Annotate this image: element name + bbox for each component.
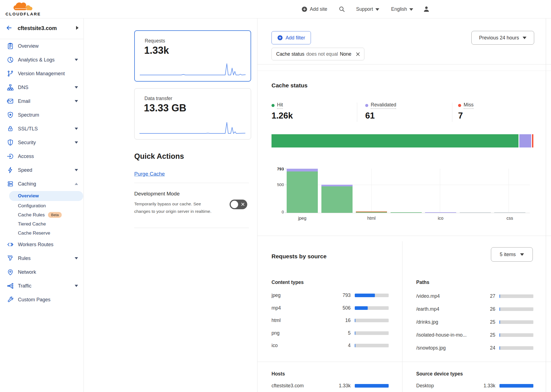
source-row-label[interactable]: /drinks.jpg: [416, 319, 438, 325]
source-row-label[interactable]: html: [272, 318, 281, 323]
sidebar-subitem-configuration[interactable]: Configuration: [0, 201, 84, 210]
sidebar-item-workers-routes[interactable]: Workers Routes: [0, 238, 84, 251]
filter-chip[interactable]: Cache status does not equal None: [272, 48, 364, 60]
sidebar-item-security[interactable]: Security: [0, 136, 84, 149]
chevron-down-icon: [75, 100, 78, 102]
remove-filter-button[interactable]: [356, 52, 360, 57]
x-axis-tick-label: jpeg: [287, 216, 318, 221]
x-axis-tick-label: html: [356, 216, 387, 221]
metric-card-label: Data transfer: [144, 96, 172, 101]
chevron-down-icon: [409, 8, 413, 11]
column-bar: [321, 186, 353, 213]
hosts-title: Hosts: [272, 371, 285, 377]
source-row-value: 1.33k: [462, 383, 495, 389]
login-arrow-icon: [7, 153, 14, 160]
source-row-bar-fill: [355, 384, 389, 388]
sidebar-subitem-overview[interactable]: Overview: [0, 191, 84, 201]
chevron-down-icon: [75, 141, 78, 144]
account-menu[interactable]: [423, 0, 430, 18]
stat-value: 1.26k: [272, 111, 293, 121]
source-row-bar: [499, 333, 533, 337]
legend-dot-icon: [272, 104, 275, 107]
source-row-value: 25: [462, 332, 495, 338]
source-row-value: 27: [462, 293, 495, 299]
search-button[interactable]: [338, 0, 345, 18]
support-menu[interactable]: Support: [356, 0, 379, 18]
items-count-dropdown[interactable]: 5 items: [491, 247, 533, 262]
sidebar-item-version-management[interactable]: Version Management: [0, 67, 84, 80]
gridline: [371, 169, 372, 213]
scrollbar-track[interactable]: [546, 0, 546, 392]
chevron-down-icon: [520, 253, 524, 256]
source-row-bar-fill: [499, 294, 500, 298]
source-row-label[interactable]: /video.mp4: [416, 293, 440, 299]
divider: [257, 236, 551, 236]
source-row-label[interactable]: /earth.mp4: [416, 306, 439, 312]
sidebar-subitem-cache-rules[interactable]: Cache RulesBeta: [0, 210, 84, 219]
panel-divider: [257, 18, 257, 392]
source-row-label[interactable]: /snowtops.jpg: [416, 345, 446, 351]
stat-header: Hit: [272, 102, 340, 109]
source-row-value: 4: [318, 343, 351, 348]
sidebar-item-spectrum[interactable]: Spectrum: [0, 108, 84, 122]
source-row-label[interactable]: /isolated-house-in-mo...: [416, 332, 467, 338]
sidebar-item-speed[interactable]: Speed: [0, 163, 84, 177]
stat-label[interactable]: Revalidated: [371, 102, 396, 109]
sidebar-item-traffic[interactable]: Traffic: [0, 279, 84, 293]
source-row-label[interactable]: mp4: [272, 305, 281, 311]
source-row-label[interactable]: ico: [272, 343, 278, 348]
source-row-bar: [355, 344, 389, 347]
source-row-label[interactable]: cftestsite3.com: [272, 383, 304, 389]
source-row-label[interactable]: png: [272, 330, 279, 336]
sidebar-item-access[interactable]: Access: [0, 149, 84, 163]
requests-by-source-title: Requests by source: [272, 253, 327, 260]
stat-miss: Miss7: [458, 102, 527, 123]
stat-label[interactable]: Miss: [464, 102, 474, 109]
sidebar-item-caching[interactable]: Caching: [0, 177, 84, 191]
chevron-down-icon: [375, 8, 379, 11]
source-row-label[interactable]: jpeg: [272, 292, 281, 298]
filter-field: Cache status: [276, 51, 304, 57]
sidebar-subitem-cache-reserve[interactable]: Cache Reserve: [0, 229, 84, 238]
purge-cache-link[interactable]: Purge Cache: [134, 171, 165, 177]
sidebar-item-label: Network: [18, 269, 36, 275]
add-filter-button[interactable]: Add filter: [272, 31, 311, 44]
sidebar-subitem-label: Tiered Cache: [18, 221, 46, 227]
chevron-right-icon[interactable]: [76, 26, 79, 30]
source-row-value: 25: [462, 319, 495, 325]
sidebar-item-rules[interactable]: Rules: [0, 251, 84, 265]
sidebar-item-custom-pages[interactable]: Custom Pages: [0, 293, 84, 307]
sidebar-item-ssl-tls[interactable]: SSL/TLS: [0, 122, 84, 136]
sidebar-item-analytics-logs[interactable]: Analytics & Logs: [0, 53, 84, 67]
site-name[interactable]: cftestsite3.com: [18, 25, 57, 31]
sparkline-chart: [139, 119, 245, 136]
development-mode-toggle[interactable]: [230, 200, 247, 209]
sidebar-item-label: DNS: [18, 85, 28, 90]
sidebar-subitem-tiered-cache[interactable]: Tiered Cache: [0, 219, 84, 229]
add-site-button[interactable]: Add site: [302, 0, 327, 18]
source-row-bar-fill: [499, 384, 533, 388]
sidebar-item-email[interactable]: Email: [0, 94, 84, 108]
sidebar-item-label: Email: [18, 98, 30, 104]
source-row-label[interactable]: Desktop: [416, 383, 434, 389]
source-row-value: 26: [462, 306, 495, 312]
chevron-down-icon: [75, 285, 78, 287]
source-row-bar: [499, 307, 533, 311]
sidebar-item-label: SSL/TLS: [18, 126, 38, 132]
time-range-dropdown[interactable]: Previous 24 hours: [471, 31, 534, 45]
chevron-down-icon: [75, 257, 78, 259]
sidebar-item-network[interactable]: Network: [0, 265, 84, 279]
metric-card-requests[interactable]: Requests1.33k: [134, 30, 251, 82]
sidebar-subitem-label: Configuration: [18, 203, 46, 209]
sidebar-item-overview[interactable]: Overview: [0, 39, 84, 53]
metric-card-data-transfer[interactable]: Data transfer13.33 GB: [134, 88, 251, 139]
language-menu[interactable]: English: [391, 0, 413, 18]
sidebar-item-label: Traffic: [18, 283, 31, 289]
back-arrow-icon[interactable]: [6, 24, 13, 33]
stat-label[interactable]: Hit: [277, 102, 283, 109]
source-row-value: 5: [318, 330, 351, 336]
source-row-bar-fill: [499, 320, 500, 324]
share-icon: [7, 282, 14, 290]
sidebar-item-dns[interactable]: DNS: [0, 80, 84, 94]
cloudflare-dashboard: CLOUDFLARE Add site Support English: [0, 0, 551, 392]
